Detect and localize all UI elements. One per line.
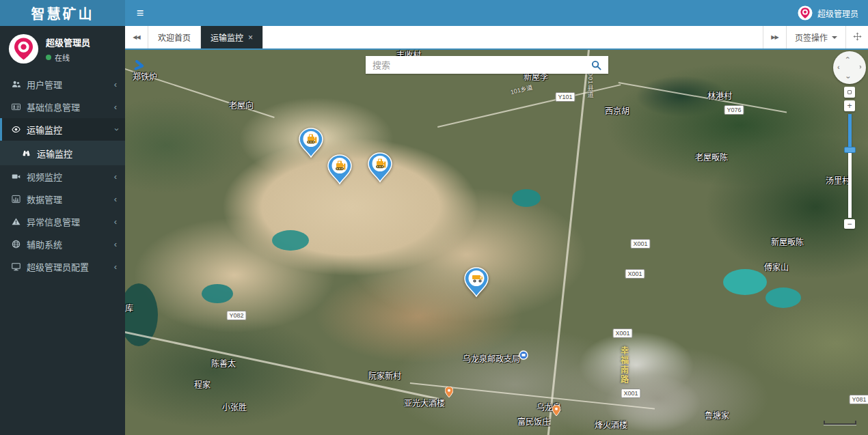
map-arrow-icon <box>133 59 147 74</box>
pan-left-icon[interactable]: ‹ <box>837 64 840 71</box>
vehicle-marker-bulldozer[interactable] <box>327 154 352 187</box>
vehicle-marker-truck[interactable] <box>464 267 489 300</box>
map-label: 新屋畈陈 <box>771 236 804 247</box>
road-badge: Y076 <box>724 105 744 115</box>
map-label: 傅家山 <box>764 261 789 272</box>
sidebar-item-transport-monitor[interactable]: 运输监控‹ <box>0 118 125 141</box>
pond <box>202 284 233 303</box>
tab-label: 运输监控 <box>211 31 243 43</box>
road-badge: X001 <box>612 328 632 338</box>
circle-blue-icon[interactable] <box>519 350 528 363</box>
sidebar-item-label: 运输监控 <box>27 123 114 136</box>
tab-transport[interactable]: 运输监控× <box>201 26 263 48</box>
sidebar-subitem-label: 运输监控 <box>37 147 72 160</box>
map-label: 阮家新村 <box>368 369 401 381</box>
map-label: 老屋畈陈 <box>695 151 728 163</box>
map-label: 程家 <box>194 378 211 390</box>
tabs-list: 欢迎首页运输监控× <box>148 26 263 48</box>
map-label: 鲁塘家 <box>705 409 729 421</box>
vehicle-marker-bulldozer[interactable] <box>299 128 323 160</box>
sidebar-item-label: 基础信息管理 <box>27 100 114 113</box>
map-label: 老屋向 <box>229 99 254 111</box>
binoculars-icon <box>22 149 37 158</box>
chevron-left-icon: ‹ <box>114 216 117 227</box>
map-label: 汤里村 <box>826 174 850 186</box>
sidebar-item-admin-config[interactable]: 超级管理员配置‹ <box>0 255 125 278</box>
desktop-icon <box>12 262 27 271</box>
sidebar-subitem-transport-monitor-sub[interactable]: 运输监控 <box>0 141 125 165</box>
eye-icon <box>12 125 27 134</box>
pond <box>272 230 309 251</box>
bar-chart-icon <box>12 195 27 204</box>
zoom-out-button[interactable]: − <box>844 219 855 229</box>
tab-welcome[interactable]: 欢迎首页 <box>148 26 201 48</box>
map-label: 富民饭庄 <box>517 415 550 427</box>
search-button[interactable] <box>584 56 608 74</box>
sidebar-item-label: 视频监控 <box>27 170 114 183</box>
app-logo: 智慧矿山 <box>0 0 125 26</box>
chevron-left-icon: ‹ <box>114 262 117 272</box>
road-badge: X001 <box>625 269 645 279</box>
road-badge: Y081 <box>849 395 868 404</box>
tabs-scroll-left-icon[interactable]: ◀◀ <box>125 26 148 48</box>
satellite-map[interactable]: 丰收村郑铁炉老屋向新屋李101乡道Y101001县道西京胡林港村Y076老屋畈陈… <box>125 50 868 435</box>
sidebar-item-label: 用户管理 <box>27 78 114 91</box>
video-camera-icon <box>12 172 27 181</box>
user-avatar <box>8 33 39 64</box>
sidebar-item-basic-info[interactable]: 基础信息管理‹ <box>0 96 125 118</box>
header-user-menu[interactable]: 超级管理员 <box>798 0 868 26</box>
users-icon <box>12 80 27 89</box>
sidebar-item-video-monitor[interactable]: 视频监控‹ <box>0 165 125 188</box>
road-badge: X001 <box>630 239 650 249</box>
sidebar-item-users[interactable]: 用户管理‹ <box>0 73 125 96</box>
pan-up-icon[interactable]: ‹ <box>844 57 852 59</box>
map-label: 乌龙泉邮政支局 <box>463 352 520 364</box>
online-dot-icon <box>46 55 51 60</box>
sidebar-item-aux-system[interactable]: 辅助系统‹ <box>0 233 125 255</box>
sidebar-toggle-icon[interactable]: ≡ <box>125 0 155 26</box>
tabbar-spacer <box>263 26 763 48</box>
sidebar-item-exception-info[interactable]: 异常信息管理‹ <box>0 210 125 233</box>
road-badge: Y082 <box>226 311 246 320</box>
tab-close-icon[interactable]: × <box>248 33 253 42</box>
tab-actions-dropdown[interactable]: 页签操作 <box>786 26 845 48</box>
globe-icon <box>12 240 27 249</box>
pan-right-icon[interactable]: ‹ <box>859 64 862 71</box>
map-scale-bar <box>824 421 856 425</box>
chevron-left-icon: ‹ <box>114 194 117 204</box>
vehicle-marker-bulldozer[interactable] <box>368 152 392 185</box>
sidebar-menu: 用户管理‹基础信息管理‹运输监控‹运输监控视频监控‹数据管理‹异常信息管理‹辅助… <box>0 73 125 278</box>
pin-orange-icon[interactable] <box>445 387 453 400</box>
pin-orange-icon[interactable] <box>552 405 560 419</box>
pond <box>512 189 541 207</box>
sidebar-user-name: 超级管理员 <box>46 36 90 48</box>
map-reset-button[interactable] <box>844 87 855 98</box>
tab-label: 欢迎首页 <box>158 31 191 43</box>
warning-icon <box>12 217 27 226</box>
map-label: 幸福南路 <box>619 346 630 384</box>
map-label: 西京胡 <box>605 104 629 116</box>
sidebar-user-panel: 超级管理员 在线 <box>0 26 125 73</box>
sidebar-item-label: 数据管理 <box>27 193 114 206</box>
zoom-slider-handle[interactable] <box>844 147 856 153</box>
pan-down-icon[interactable]: ‹ <box>844 76 852 79</box>
fullscreen-arrows-icon <box>853 31 862 44</box>
zoom-in-button[interactable]: + <box>844 100 855 111</box>
target-icon <box>847 90 852 94</box>
tabbar: ◀◀ 欢迎首页运输监控× ▶▶ 页签操作 <box>125 26 868 50</box>
map-search-box <box>366 56 608 74</box>
sidebar-item-data-mgmt[interactable]: 数据管理‹ <box>0 188 125 210</box>
fullscreen-button[interactable] <box>845 26 868 48</box>
sidebar-item-label: 超级管理员配置 <box>27 260 114 273</box>
search-icon <box>591 60 601 70</box>
map-label: 烽火酒楼 <box>595 419 627 430</box>
main-header: 智慧矿山 ≡ 超级管理员 <box>0 0 868 26</box>
search-input[interactable] <box>366 56 584 74</box>
zoom-slider-track[interactable] <box>848 114 852 218</box>
sidebar-item-label: 异常信息管理 <box>27 215 114 228</box>
map-label: 亚光大酒楼 <box>404 397 445 408</box>
sidebar: 超级管理员 在线 用户管理‹基础信息管理‹运输监控‹运输监控视频监控‹数据管理‹… <box>0 26 125 435</box>
tabs-scroll-right-icon[interactable]: ▶▶ <box>763 26 786 48</box>
map-pan-control[interactable]: ‹ ‹ ‹ ‹ <box>833 51 866 84</box>
map-label: 库 <box>125 302 133 313</box>
